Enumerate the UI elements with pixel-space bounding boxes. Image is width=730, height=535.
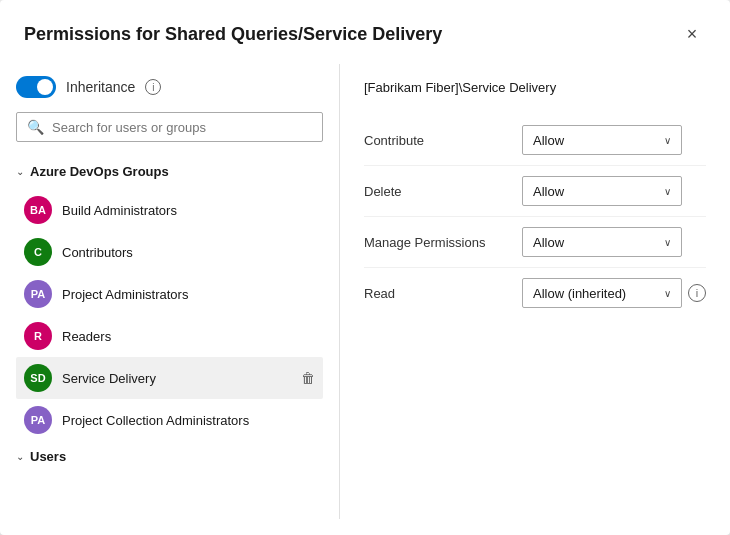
dialog-title: Permissions for Shared Queries/Service D… — [24, 24, 442, 45]
permission-row: Manage PermissionsAllow∨ — [364, 217, 706, 268]
select-value: Allow (inherited) — [533, 286, 656, 301]
avatar: PA — [24, 406, 52, 434]
permission-label: Contribute — [364, 133, 514, 148]
group-item-label: Contributors — [62, 245, 315, 260]
select-chevron-icon: ∨ — [664, 237, 671, 248]
permission-row: ReadAllow (inherited)∨i — [364, 268, 706, 318]
permission-label: Read — [364, 286, 514, 301]
group-item-label: Service Delivery — [62, 371, 291, 386]
permission-label: Manage Permissions — [364, 235, 514, 250]
permission-select-wrapper: Allow (inherited)∨i — [522, 278, 706, 308]
permission-row: DeleteAllow∨ — [364, 166, 706, 217]
dialog-header: Permissions for Shared Queries/Service D… — [0, 0, 730, 64]
search-icon: 🔍 — [27, 119, 44, 135]
permission-select[interactable]: Allow (inherited)∨ — [522, 278, 682, 308]
users-label: Users — [30, 449, 66, 464]
inheritance-label: Inheritance — [66, 79, 135, 95]
select-chevron-icon: ∨ — [664, 135, 671, 146]
users-section[interactable]: ⌄ Users — [16, 441, 323, 468]
select-chevron-icon: ∨ — [664, 186, 671, 197]
group-item[interactable]: PAProject Administrators — [16, 273, 323, 315]
avatar: PA — [24, 280, 52, 308]
avatar: BA — [24, 196, 52, 224]
azure-devops-groups-header[interactable]: ⌄ Azure DevOps Groups — [16, 158, 323, 185]
users-chevron-icon: ⌄ — [16, 451, 24, 462]
groups-section-label: Azure DevOps Groups — [30, 164, 169, 179]
inheritance-row: Inheritance i — [16, 76, 323, 98]
inheritance-info-icon[interactable]: i — [145, 79, 161, 95]
right-panel: [Fabrikam Fiber]\Service Delivery Contri… — [340, 64, 730, 519]
delete-icon[interactable]: 🗑 — [301, 370, 315, 386]
avatar: C — [24, 238, 52, 266]
search-input[interactable] — [52, 120, 312, 135]
select-value: Allow — [533, 133, 656, 148]
permission-select-wrapper: Allow∨ — [522, 176, 706, 206]
search-box[interactable]: 🔍 — [16, 112, 323, 142]
group-item[interactable]: BABuild Administrators — [16, 189, 323, 231]
permissions-dialog: Permissions for Shared Queries/Service D… — [0, 0, 730, 535]
group-list: BABuild AdministratorsCContributorsPAPro… — [16, 189, 323, 441]
select-value: Allow — [533, 235, 656, 250]
left-panel: Inheritance i 🔍 ⌄ Azure DevOps Groups BA… — [0, 64, 340, 519]
dialog-body: Inheritance i 🔍 ⌄ Azure DevOps Groups BA… — [0, 64, 730, 535]
permission-select-wrapper: Allow∨ — [522, 227, 706, 257]
group-item-label: Project Administrators — [62, 287, 315, 302]
group-item-label: Project Collection Administrators — [62, 413, 315, 428]
permission-select[interactable]: Allow∨ — [522, 227, 682, 257]
permission-select-wrapper: Allow∨ — [522, 125, 706, 155]
permission-select[interactable]: Allow∨ — [522, 125, 682, 155]
close-button[interactable]: × — [678, 20, 706, 48]
avatar: SD — [24, 364, 52, 392]
avatar: R — [24, 322, 52, 350]
permissions-list: ContributeAllow∨DeleteAllow∨Manage Permi… — [364, 115, 706, 318]
group-item[interactable]: RReaders — [16, 315, 323, 357]
group-item-label: Build Administrators — [62, 203, 315, 218]
select-chevron-icon: ∨ — [664, 288, 671, 299]
rp-context-title: [Fabrikam Fiber]\Service Delivery — [364, 80, 706, 95]
permission-label: Delete — [364, 184, 514, 199]
inheritance-toggle[interactable] — [16, 76, 56, 98]
group-item[interactable]: PAProject Collection Administrators — [16, 399, 323, 441]
groups-chevron-icon: ⌄ — [16, 166, 24, 177]
group-item[interactable]: CContributors — [16, 231, 323, 273]
permission-info-icon[interactable]: i — [688, 284, 706, 302]
group-item[interactable]: SDService Delivery🗑 — [16, 357, 323, 399]
group-item-label: Readers — [62, 329, 315, 344]
permission-row: ContributeAllow∨ — [364, 115, 706, 166]
permission-select[interactable]: Allow∨ — [522, 176, 682, 206]
select-value: Allow — [533, 184, 656, 199]
